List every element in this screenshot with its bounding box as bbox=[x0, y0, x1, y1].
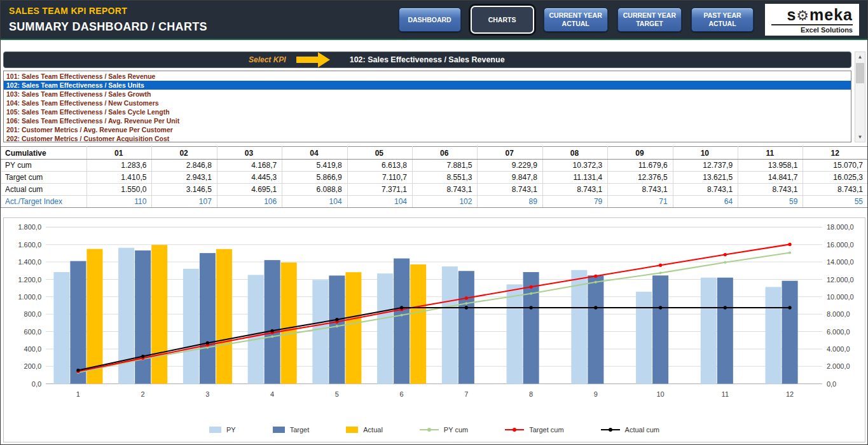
table-cell: 9.847,8 bbox=[478, 172, 542, 184]
left-axis-tick: 800,0 bbox=[24, 310, 41, 318]
marker-py-cum bbox=[271, 335, 273, 338]
right-axis-tick: 2.000,0 bbox=[827, 362, 850, 370]
kpi-option[interactable]: 106: Sales Team Effectiveness / Avg. Rev… bbox=[4, 116, 851, 125]
table-cell: 79 bbox=[542, 196, 607, 208]
table-cell: 8.743,1 bbox=[478, 184, 542, 196]
right-axis-tick: 10.000,0 bbox=[827, 293, 854, 301]
legend-line-marker bbox=[609, 428, 612, 432]
nav-buttons: DASHBOARDCHARTSCURRENT YEAR ACTUALCURREN… bbox=[399, 6, 754, 34]
nav-button-dashboard[interactable]: DASHBOARD bbox=[399, 8, 461, 32]
nav-button-charts[interactable]: CHARTS bbox=[471, 6, 534, 34]
right-axis-tick: 8.000,0 bbox=[827, 310, 850, 318]
table-cell: 8.743,1 bbox=[413, 184, 478, 196]
table-cell: 13.621,5 bbox=[673, 172, 738, 184]
bar-py bbox=[442, 266, 458, 383]
table-column-header: 01 bbox=[87, 147, 152, 160]
left-axis-tick: 1.000,0 bbox=[18, 293, 41, 301]
x-axis-label: 5 bbox=[335, 390, 339, 398]
table-cell: 104 bbox=[282, 196, 347, 208]
left-axis-tick: 1.600,0 bbox=[18, 241, 41, 249]
kpi-option[interactable]: 103: Sales Team Effectiveness / Sales Gr… bbox=[4, 90, 851, 99]
kpi-option[interactable]: 202: Customer Metrics / Customer Acquisi… bbox=[4, 134, 851, 142]
x-axis-label: 4 bbox=[270, 390, 274, 398]
scrollbar-thumb[interactable] bbox=[856, 63, 864, 83]
legend-line-icon bbox=[505, 427, 524, 433]
left-axis-tick: 600,0 bbox=[24, 328, 41, 336]
legend-item-py-cum: PY cum bbox=[420, 426, 468, 434]
x-axis-label: 6 bbox=[400, 390, 404, 398]
marker-target-cum bbox=[530, 285, 533, 289]
x-axis-label: 7 bbox=[464, 390, 468, 398]
brand-post: meka bbox=[809, 6, 853, 24]
arrow-right-icon bbox=[296, 51, 331, 68]
table-cell: 8.743,1 bbox=[542, 184, 607, 196]
table-column-header: 02 bbox=[152, 147, 217, 160]
kpi-option[interactable]: 105: Sales Team Effectiveness / Sales Cy… bbox=[4, 107, 851, 116]
legend-label: Actual cum bbox=[625, 426, 659, 434]
table-column-header: 05 bbox=[347, 147, 412, 160]
marker-target-cum bbox=[724, 253, 727, 256]
bar-target bbox=[523, 272, 539, 384]
kpi-option[interactable]: 201: Customer Metrics / Avg. Revenue Per… bbox=[4, 125, 851, 134]
marker-target-cum bbox=[465, 296, 468, 299]
x-axis-label: 8 bbox=[529, 390, 533, 398]
gear-icon: ⚙ bbox=[796, 8, 809, 24]
bar-actual bbox=[281, 263, 297, 384]
nav-button-current-year-actual[interactable]: CURRENT YEAR ACTUAL bbox=[544, 8, 608, 32]
marker-target-cum bbox=[659, 264, 662, 267]
table-cell: 6.613,8 bbox=[347, 160, 412, 172]
kpi-list-scrollbar[interactable]: ▲ ▼ bbox=[855, 51, 865, 142]
legend-item-actual: Actual bbox=[346, 426, 383, 434]
legend-label: PY cum bbox=[444, 426, 468, 434]
x-axis-label: 10 bbox=[656, 390, 664, 398]
legend-line-marker bbox=[427, 428, 431, 432]
marker-py-cum bbox=[336, 325, 338, 327]
page-title: SUMMARY DASHBOARD / CHARTS bbox=[9, 20, 207, 34]
table-column-header: 08 bbox=[542, 147, 607, 160]
scroll-down-icon[interactable]: ▼ bbox=[855, 132, 865, 142]
bar-py bbox=[183, 269, 199, 384]
bar-target bbox=[588, 275, 603, 383]
bar-actual bbox=[345, 272, 361, 383]
table-cell: 107 bbox=[152, 196, 217, 208]
table-row: Act./Target Index11010710610410410289797… bbox=[1, 196, 868, 208]
table-column-header: 03 bbox=[217, 147, 282, 160]
right-axis-tick: 4.000,0 bbox=[827, 345, 850, 353]
bar-target bbox=[782, 281, 798, 384]
marker-actual-cum bbox=[594, 306, 597, 309]
bar-target bbox=[329, 275, 345, 383]
legend-label: PY bbox=[226, 426, 236, 434]
left-axis-tick: 1.200,0 bbox=[18, 275, 41, 283]
table-cell: 106 bbox=[217, 196, 282, 208]
legend-item-py: PY bbox=[209, 426, 236, 434]
table-cell: 55 bbox=[803, 196, 868, 208]
bar-py bbox=[701, 278, 717, 384]
table-cell: 6.088,8 bbox=[282, 184, 347, 196]
table-cell: 4.445,3 bbox=[217, 172, 282, 184]
marker-actual-cum bbox=[76, 369, 79, 372]
nav-button-past-year-actual[interactable]: PAST YEAR ACTUAL bbox=[691, 8, 754, 32]
left-axis-tick: 1.400,0 bbox=[18, 258, 41, 266]
legend-swatch-icon bbox=[209, 427, 221, 433]
table-cell: 89 bbox=[478, 196, 542, 208]
table-cell: 2.846,8 bbox=[152, 160, 217, 172]
table-cell: 5.419,8 bbox=[282, 160, 347, 172]
table-cell: 8.743,1 bbox=[738, 184, 803, 196]
kpi-option[interactable]: 104: Sales Team Effectiveness / New Cust… bbox=[4, 99, 851, 107]
marker-py-cum bbox=[789, 251, 791, 254]
brand-logo: s⚙meka Excel Solutions bbox=[765, 4, 859, 36]
marker-py-cum bbox=[530, 292, 532, 295]
bar-py bbox=[507, 284, 523, 383]
bar-target bbox=[70, 261, 86, 384]
table-column-header: 09 bbox=[608, 147, 673, 160]
kpi-option[interactable]: 102: Sales Team Effectiveness / Sales Un… bbox=[4, 81, 851, 90]
bar-py bbox=[312, 280, 328, 383]
table-column-header: 10 bbox=[673, 147, 738, 160]
nav-button-current-year-target[interactable]: CURRENT YEAR TARGET bbox=[617, 8, 682, 32]
scroll-up-icon[interactable]: ▲ bbox=[855, 52, 865, 62]
table-cell: 1.283,6 bbox=[87, 160, 152, 172]
kpi-option[interactable]: 101: Sales Team Effectiveness / Sales Re… bbox=[4, 72, 851, 81]
brand-tagline: Excel Solutions bbox=[771, 24, 853, 34]
bar-target bbox=[717, 278, 733, 384]
table-column-header: 12 bbox=[803, 147, 868, 160]
